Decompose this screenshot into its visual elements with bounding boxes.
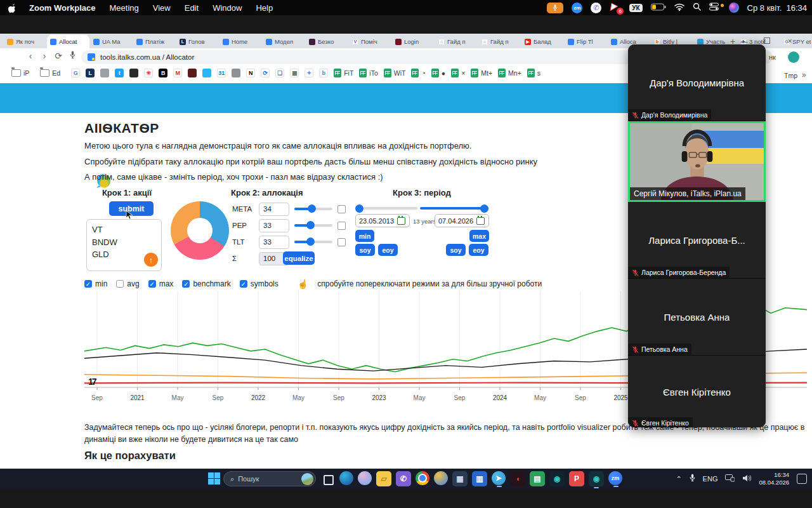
menubar-menu-item[interactable]: Zoom Workplace bbox=[22, 3, 103, 13]
search-daily-image[interactable] bbox=[301, 473, 313, 485]
allocation-value-input[interactable]: 33 bbox=[259, 236, 289, 249]
photos-app-icon[interactable] bbox=[434, 471, 448, 485]
allocation-slider[interactable] bbox=[294, 241, 332, 243]
browser-tab[interactable]: Home bbox=[219, 35, 262, 48]
mode-toggle-min[interactable]: ✓min bbox=[84, 279, 107, 288]
browser-tab[interactable]: ⌂Гайд п bbox=[435, 35, 478, 48]
bookmark-favicon[interactable] bbox=[202, 69, 211, 77]
apple-logo-icon[interactable] bbox=[8, 3, 16, 13]
allocation-value-input[interactable]: 33 bbox=[259, 219, 289, 232]
slider-thumb[interactable] bbox=[306, 237, 315, 246]
browser-tab[interactable]: Flip Tl bbox=[565, 35, 607, 48]
period-max-button[interactable]: max bbox=[469, 230, 489, 242]
minimize-button[interactable]: — bbox=[733, 37, 756, 45]
close-button[interactable]: × bbox=[778, 36, 801, 46]
bookmark-sheet[interactable]: × bbox=[451, 69, 465, 77]
viber-icon[interactable]: ✆ bbox=[396, 471, 411, 486]
browser-tab[interactable]: Login bbox=[392, 35, 435, 48]
audio-app-icon[interactable]: ◉ bbox=[549, 471, 565, 486]
slider-thumb[interactable] bbox=[308, 204, 316, 213]
bookmark-sheet[interactable]: FiT bbox=[334, 69, 353, 77]
calculator-icon[interactable]: ▦ bbox=[452, 471, 468, 486]
bookmark-folder[interactable]: iP bbox=[11, 69, 29, 77]
bookmark-favicon[interactable]: t bbox=[115, 69, 124, 77]
menubar-menu-item[interactable]: Window bbox=[206, 3, 249, 13]
period-start-slider[interactable] bbox=[355, 204, 417, 212]
media-app-icon[interactable]: ◖ bbox=[510, 471, 525, 486]
allocation-slider[interactable] bbox=[294, 208, 332, 210]
allocation-value-input[interactable]: 34 bbox=[259, 203, 289, 216]
end-eoy-button[interactable]: eoy bbox=[469, 244, 488, 256]
calendar-icon[interactable] bbox=[476, 217, 485, 225]
menubar-menu-item[interactable]: Help bbox=[249, 3, 280, 13]
site-nav-item[interactable]: ПРО НАС bbox=[417, 177, 452, 185]
browser-tab[interactable]: LГолов bbox=[176, 35, 219, 48]
bookmark-sheet[interactable]: ◔ bbox=[411, 69, 425, 77]
bookmark-favicon[interactable] bbox=[100, 69, 109, 77]
browser-tab[interactable]: Модел bbox=[263, 35, 305, 48]
participant-tile[interactable]: Дар'я ВолодимирівнаДар'я Володимирівна bbox=[628, 44, 766, 121]
row-checkbox[interactable] bbox=[337, 238, 346, 246]
checkbox-unchecked[interactable] bbox=[116, 280, 124, 288]
bookmark-favicon[interactable]: ❏ bbox=[275, 69, 284, 77]
bookmark-sheet[interactable]: Mn+ bbox=[498, 69, 521, 77]
bookmark-favicon[interactable]: G bbox=[71, 69, 80, 77]
bookmark-favicon[interactable]: 31 bbox=[217, 69, 226, 77]
bookmark-favicon[interactable] bbox=[129, 69, 138, 77]
allocation-slider[interactable] bbox=[294, 224, 332, 227]
sheets-app-icon[interactable]: ▤ bbox=[530, 471, 545, 486]
p-app-icon[interactable]: Р bbox=[569, 471, 584, 486]
browser-tab[interactable]: Безко bbox=[306, 35, 348, 48]
menubar-menu-item[interactable]: View bbox=[146, 3, 178, 13]
zoom-app-icon[interactable]: zm bbox=[572, 3, 582, 13]
mode-toggle-avg[interactable]: avg bbox=[116, 279, 139, 288]
site-nav-item[interactable]: ІНСТРУМЕНТИ ⌄ bbox=[547, 177, 611, 185]
checkbox-checked[interactable]: ✓ bbox=[182, 280, 190, 288]
forward-button[interactable]: › bbox=[38, 51, 51, 61]
chrome-icon[interactable] bbox=[416, 471, 429, 485]
bookmark-favicon[interactable]: L bbox=[86, 69, 95, 77]
wifi-icon[interactable] bbox=[674, 3, 684, 13]
viber-icon[interactable]: ✆ bbox=[591, 3, 601, 13]
bookmark-favicon[interactable]: ✳ bbox=[144, 69, 153, 77]
keyboard-layout-indicator[interactable]: УК bbox=[629, 4, 642, 12]
task-view-icon[interactable] bbox=[320, 471, 335, 486]
browser-tab-active[interactable]: Allocat bbox=[47, 35, 89, 48]
bookmark-favicon[interactable]: B bbox=[159, 69, 167, 77]
planner-app-icon[interactable]: ▥ bbox=[472, 471, 487, 486]
checkbox-checked[interactable]: ✓ bbox=[240, 280, 247, 288]
back-button[interactable]: ‹ bbox=[24, 51, 37, 61]
participant-tile[interactable]: Сергій Мікулов, iTalks, iPlan.ua bbox=[628, 121, 766, 202]
bookmark-folder[interactable]: Ed bbox=[40, 69, 60, 77]
taskbar-clock[interactable]: 16:34 08.04.2026 bbox=[759, 471, 789, 486]
mode-toggle-symbols[interactable]: ✓symbols bbox=[240, 279, 278, 288]
bookmark-favicon[interactable] bbox=[232, 69, 240, 77]
notification-center-icon[interactable] bbox=[797, 474, 807, 484]
period-min-button[interactable]: min bbox=[355, 230, 374, 242]
volume-icon[interactable] bbox=[742, 473, 751, 485]
voice-search-icon[interactable] bbox=[66, 51, 79, 60]
maximize-button[interactable] bbox=[756, 37, 778, 45]
file-explorer-icon[interactable]: ▱ bbox=[376, 471, 391, 486]
bookmark-overflow-label[interactable]: Tmp bbox=[784, 72, 797, 79]
cast-icon[interactable] bbox=[725, 473, 735, 485]
control-center-icon[interactable] bbox=[709, 3, 721, 13]
site-nav-item[interactable]: ПОСЛУГИ bbox=[498, 177, 534, 185]
bookmark-favicon[interactable]: ⟳ bbox=[261, 69, 270, 77]
bookmark-favicon[interactable]: ▦ bbox=[290, 69, 299, 77]
copilot-icon[interactable] bbox=[358, 471, 372, 485]
menubar-clock[interactable]: Ср 8 квіт. 16:34 bbox=[747, 3, 807, 13]
bookmarks-overflow-chevron[interactable]: » bbox=[802, 70, 806, 79]
bookmark-favicon[interactable]: b bbox=[319, 69, 328, 77]
profile-avatar[interactable] bbox=[788, 51, 799, 63]
bookmark-favicon[interactable]: ✦ bbox=[304, 69, 313, 77]
telegram-icon[interactable]: ➤ bbox=[492, 471, 506, 485]
participant-tile[interactable]: Лариса Григорова-Б...Лариса Григорова-Бе… bbox=[628, 202, 766, 279]
bookmark-favicon[interactable]: M bbox=[173, 69, 182, 77]
language-indicator[interactable]: ENG bbox=[703, 475, 718, 483]
tray-mic-icon[interactable] bbox=[690, 473, 695, 485]
site-nav-item[interactable]: БЛОГ bbox=[465, 177, 486, 185]
zoom-app-icon[interactable]: zm bbox=[608, 471, 622, 485]
start-eoy-button[interactable]: eoy bbox=[378, 244, 398, 256]
browser-tab[interactable]: UA Ma bbox=[90, 35, 133, 48]
